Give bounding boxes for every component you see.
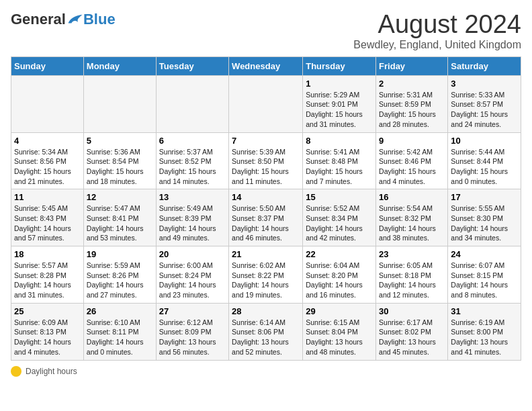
calendar-week-row: 11Sunrise: 5:45 AMSunset: 8:43 PMDayligh… bbox=[11, 189, 521, 246]
day-number: 26 bbox=[87, 306, 153, 316]
day-number: 27 bbox=[159, 306, 226, 316]
day-info: Sunrise: 6:10 AMSunset: 8:11 PMDaylight:… bbox=[87, 318, 153, 357]
calendar-cell: 18Sunrise: 5:57 AMSunset: 8:28 PMDayligh… bbox=[11, 246, 84, 304]
calendar-cell: 25Sunrise: 6:09 AMSunset: 8:13 PMDayligh… bbox=[11, 303, 84, 360]
day-info: Sunrise: 6:07 AMSunset: 8:15 PMDaylight:… bbox=[451, 261, 518, 300]
calendar-cell: 29Sunrise: 6:15 AMSunset: 8:04 PMDayligh… bbox=[303, 303, 376, 360]
footer: Daylight hours bbox=[11, 366, 521, 377]
calendar-cell: 27Sunrise: 6:12 AMSunset: 8:09 PMDayligh… bbox=[156, 303, 228, 360]
day-info: Sunrise: 6:12 AMSunset: 8:09 PMDaylight:… bbox=[159, 318, 226, 357]
day-info: Sunrise: 5:29 AMSunset: 9:01 PMDaylight:… bbox=[306, 90, 373, 130]
weekday-header: Wednesday bbox=[229, 56, 303, 75]
day-info: Sunrise: 5:37 AMSunset: 8:52 PMDaylight:… bbox=[159, 147, 226, 187]
day-info: Sunrise: 6:05 AMSunset: 8:18 PMDaylight:… bbox=[379, 261, 445, 300]
title-area: August 2024 Bewdley, England, United Kin… bbox=[353, 11, 521, 51]
day-number: 19 bbox=[87, 249, 153, 259]
calendar-cell: 19Sunrise: 5:59 AMSunset: 8:26 PMDayligh… bbox=[83, 246, 156, 304]
day-info: Sunrise: 6:14 AMSunset: 8:06 PMDaylight:… bbox=[232, 318, 300, 357]
day-info: Sunrise: 5:33 AMSunset: 8:57 PMDaylight:… bbox=[451, 90, 518, 130]
day-number: 22 bbox=[306, 249, 373, 259]
day-number: 13 bbox=[159, 192, 226, 202]
day-info: Sunrise: 5:54 AMSunset: 8:32 PMDaylight:… bbox=[379, 203, 445, 243]
calendar-cell: 15Sunrise: 5:52 AMSunset: 8:34 PMDayligh… bbox=[303, 189, 376, 246]
day-number: 16 bbox=[379, 192, 445, 202]
calendar-cell bbox=[11, 75, 84, 132]
day-info: Sunrise: 5:47 AMSunset: 8:41 PMDaylight:… bbox=[87, 203, 153, 243]
calendar-week-row: 18Sunrise: 5:57 AMSunset: 8:28 PMDayligh… bbox=[11, 246, 521, 304]
day-info: Sunrise: 6:15 AMSunset: 8:04 PMDaylight:… bbox=[306, 318, 373, 357]
day-number: 4 bbox=[14, 136, 81, 146]
calendar-cell: 13Sunrise: 5:49 AMSunset: 8:39 PMDayligh… bbox=[156, 189, 228, 246]
calendar-cell: 5Sunrise: 5:36 AMSunset: 8:54 PMDaylight… bbox=[83, 132, 156, 189]
day-info: Sunrise: 5:39 AMSunset: 8:50 PMDaylight:… bbox=[232, 147, 300, 187]
day-info: Sunrise: 6:09 AMSunset: 8:13 PMDaylight:… bbox=[14, 318, 81, 357]
calendar-cell: 16Sunrise: 5:54 AMSunset: 8:32 PMDayligh… bbox=[376, 189, 448, 246]
calendar-cell: 11Sunrise: 5:45 AMSunset: 8:43 PMDayligh… bbox=[11, 189, 84, 246]
weekday-header-row: SundayMondayTuesdayWednesdayThursdayFrid… bbox=[11, 56, 521, 75]
logo: General Blue bbox=[11, 11, 116, 28]
day-number: 11 bbox=[14, 192, 81, 202]
weekday-header: Tuesday bbox=[156, 56, 228, 75]
day-number: 21 bbox=[232, 249, 300, 259]
calendar-cell: 26Sunrise: 6:10 AMSunset: 8:11 PMDayligh… bbox=[83, 303, 156, 360]
calendar-cell: 10Sunrise: 5:44 AMSunset: 8:44 PMDayligh… bbox=[448, 132, 521, 189]
day-number: 1 bbox=[306, 79, 373, 89]
logo-blue: Blue bbox=[83, 11, 116, 28]
day-info: Sunrise: 5:49 AMSunset: 8:39 PMDaylight:… bbox=[159, 203, 226, 243]
sun-icon bbox=[11, 366, 21, 377]
day-info: Sunrise: 5:42 AMSunset: 8:46 PMDaylight:… bbox=[379, 147, 445, 187]
weekday-header: Sunday bbox=[11, 56, 84, 75]
calendar-week-row: 4Sunrise: 5:34 AMSunset: 8:56 PMDaylight… bbox=[11, 132, 521, 189]
logo-bird-icon bbox=[67, 13, 83, 26]
day-info: Sunrise: 6:19 AMSunset: 8:00 PMDaylight:… bbox=[451, 318, 518, 357]
day-number: 10 bbox=[451, 136, 518, 146]
weekday-header: Monday bbox=[83, 56, 156, 75]
day-number: 6 bbox=[159, 136, 226, 146]
logo-text: General Blue bbox=[11, 11, 116, 28]
day-number: 23 bbox=[379, 249, 445, 259]
day-number: 18 bbox=[14, 249, 81, 259]
calendar-cell: 12Sunrise: 5:47 AMSunset: 8:41 PMDayligh… bbox=[83, 189, 156, 246]
day-number: 28 bbox=[232, 306, 300, 316]
day-info: Sunrise: 5:57 AMSunset: 8:28 PMDaylight:… bbox=[14, 261, 81, 300]
calendar-cell: 2Sunrise: 5:31 AMSunset: 8:59 PMDaylight… bbox=[376, 75, 448, 132]
logo-general: General bbox=[11, 11, 66, 28]
calendar-cell: 8Sunrise: 5:41 AMSunset: 8:48 PMDaylight… bbox=[303, 132, 376, 189]
day-number: 12 bbox=[87, 192, 153, 202]
calendar-cell bbox=[83, 75, 156, 132]
location-title: Bewdley, England, United Kingdom bbox=[353, 39, 521, 51]
day-info: Sunrise: 5:55 AMSunset: 8:30 PMDaylight:… bbox=[451, 203, 518, 243]
calendar-cell: 9Sunrise: 5:42 AMSunset: 8:46 PMDaylight… bbox=[376, 132, 448, 189]
day-number: 15 bbox=[306, 192, 373, 202]
day-number: 2 bbox=[379, 79, 445, 89]
day-info: Sunrise: 6:17 AMSunset: 8:02 PMDaylight:… bbox=[379, 318, 445, 357]
calendar-cell bbox=[156, 75, 228, 132]
day-info: Sunrise: 5:59 AMSunset: 8:26 PMDaylight:… bbox=[87, 261, 153, 300]
day-info: Sunrise: 5:36 AMSunset: 8:54 PMDaylight:… bbox=[87, 147, 153, 187]
day-info: Sunrise: 6:04 AMSunset: 8:20 PMDaylight:… bbox=[306, 261, 373, 300]
day-number: 30 bbox=[379, 306, 445, 316]
calendar-cell: 20Sunrise: 6:00 AMSunset: 8:24 PMDayligh… bbox=[156, 246, 228, 304]
weekday-header: Saturday bbox=[448, 56, 521, 75]
calendar-cell: 22Sunrise: 6:04 AMSunset: 8:20 PMDayligh… bbox=[303, 246, 376, 304]
calendar-cell: 30Sunrise: 6:17 AMSunset: 8:02 PMDayligh… bbox=[376, 303, 448, 360]
day-info: Sunrise: 5:41 AMSunset: 8:48 PMDaylight:… bbox=[306, 147, 373, 187]
day-number: 7 bbox=[232, 136, 300, 146]
day-info: Sunrise: 6:02 AMSunset: 8:22 PMDaylight:… bbox=[232, 261, 300, 300]
day-number: 14 bbox=[232, 192, 300, 202]
calendar-cell bbox=[229, 75, 303, 132]
day-info: Sunrise: 5:45 AMSunset: 8:43 PMDaylight:… bbox=[14, 203, 81, 243]
day-info: Sunrise: 5:34 AMSunset: 8:56 PMDaylight:… bbox=[14, 147, 81, 187]
calendar-cell: 1Sunrise: 5:29 AMSunset: 9:01 PMDaylight… bbox=[303, 75, 376, 132]
day-number: 17 bbox=[451, 192, 518, 202]
daylight-label: Daylight hours bbox=[26, 367, 77, 376]
calendar-cell: 28Sunrise: 6:14 AMSunset: 8:06 PMDayligh… bbox=[229, 303, 303, 360]
day-number: 3 bbox=[451, 79, 518, 89]
day-info: Sunrise: 5:31 AMSunset: 8:59 PMDaylight:… bbox=[379, 90, 445, 130]
calendar-week-row: 1Sunrise: 5:29 AMSunset: 9:01 PMDaylight… bbox=[11, 75, 521, 132]
day-number: 29 bbox=[306, 306, 373, 316]
day-number: 31 bbox=[451, 306, 518, 316]
day-info: Sunrise: 5:50 AMSunset: 8:37 PMDaylight:… bbox=[232, 203, 300, 243]
calendar-cell: 21Sunrise: 6:02 AMSunset: 8:22 PMDayligh… bbox=[229, 246, 303, 304]
calendar-cell: 31Sunrise: 6:19 AMSunset: 8:00 PMDayligh… bbox=[448, 303, 521, 360]
